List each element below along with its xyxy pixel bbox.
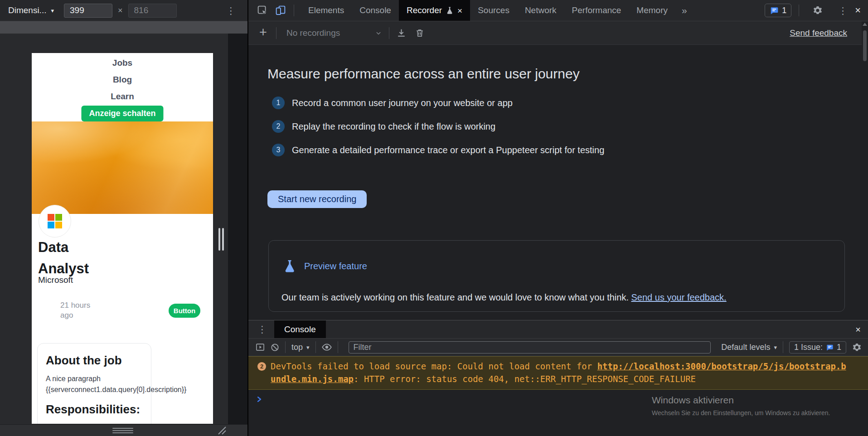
- issues-button[interactable]: 1: [765, 4, 791, 17]
- emulated-page: Jobs Blog Learn Anzeige schalten Data An…: [32, 53, 213, 424]
- toolbar-divider: [389, 27, 389, 39]
- tab-sources[interactable]: Sources: [470, 0, 517, 21]
- responsibilities-heading: Responsibilities:: [46, 402, 151, 417]
- responsibilities-binding-text: {{serverconnect1.data.query[0].responsib…: [46, 421, 151, 424]
- toolbar-divider: [294, 5, 294, 16]
- chevron-down-icon: [375, 30, 382, 36]
- clear-console-icon[interactable]: [271, 343, 279, 352]
- toolbar-divider: [315, 341, 316, 353]
- toolbar-divider: [783, 341, 783, 353]
- about-paragraph: A nice paragraph: [46, 373, 151, 384]
- close-tab-icon[interactable]: ×: [457, 6, 462, 15]
- about-heading: About the job: [46, 353, 151, 368]
- issues-count: 1: [782, 6, 786, 15]
- console-toolbar: top ▾ Default levels ▾ 1 Issue: 1: [248, 339, 868, 356]
- scroll-up-icon[interactable]: [863, 23, 867, 26]
- console-warning-message: 2 DevTools failed to load source map: Co…: [248, 356, 868, 390]
- cta-button[interactable]: Anzeige schalten: [81, 106, 163, 121]
- toolbar-divider: [285, 341, 286, 353]
- drawer-menu-icon[interactable]: ⋮: [257, 325, 267, 334]
- execution-context-dropdown[interactable]: top ▾: [291, 343, 310, 352]
- windows-activation-watermark: Windows aktivieren Wechseln Sie zu den E…: [652, 395, 830, 417]
- warning-text: DevTools failed to load source map: Coul…: [271, 360, 846, 385]
- recorder-scrollbar[interactable]: [862, 23, 868, 317]
- tab-elements[interactable]: Elements: [301, 0, 352, 21]
- about-card: About the job A nice paragraph {{serverc…: [37, 343, 151, 424]
- device-width-resize-handle[interactable]: [218, 228, 224, 251]
- toolbar-divider: [338, 341, 338, 353]
- preview-feature-title: Preview feature: [304, 261, 367, 271]
- device-height-resize-handle[interactable]: [112, 428, 133, 433]
- recorder-step-2: 2 Replay the recording to check if the f…: [272, 120, 495, 133]
- start-recording-button[interactable]: Start new recording: [267, 190, 367, 208]
- device-top-strip: [0, 21, 247, 34]
- tab-memory[interactable]: Memory: [629, 0, 675, 21]
- nav-link-learn[interactable]: Learn: [111, 91, 134, 102]
- recorder-toolbar: + No recordings Send feedback: [248, 21, 862, 45]
- feedback-bubble-icon: [826, 344, 834, 351]
- company-name: Microsoft: [38, 275, 73, 285]
- chevron-down-icon: ▾: [306, 344, 310, 351]
- tab-network[interactable]: Network: [517, 0, 564, 21]
- company-logo: [39, 205, 71, 237]
- toolbar-divider: [799, 5, 799, 16]
- console-drawer-header: ⋮ Console ×: [248, 320, 868, 339]
- delete-recording-icon[interactable]: [415, 29, 424, 38]
- tab-recorder[interactable]: Recorder ×: [399, 0, 470, 21]
- microsoft-logo-icon: [48, 214, 62, 228]
- close-devtools-icon[interactable]: ×: [855, 5, 861, 15]
- job-title: Data Analyst: [38, 237, 89, 279]
- banner-image: [32, 121, 213, 214]
- import-recording-icon[interactable]: [397, 28, 406, 38]
- send-feedback-link[interactable]: Send feedback: [790, 28, 847, 38]
- chevron-down-icon: ▾: [774, 344, 777, 351]
- dimensions-separator: ×: [118, 6, 123, 15]
- job-action-button[interactable]: Button: [169, 304, 200, 318]
- dimensions-dropdown[interactable]: Dimensi... ▾: [8, 5, 54, 15]
- device-height-input[interactable]: [128, 4, 177, 18]
- preview-feature-text: Our team is actively working on this fea…: [281, 292, 727, 303]
- more-tabs-icon[interactable]: »: [675, 5, 693, 16]
- scrollbar-thumb[interactable]: [863, 30, 867, 61]
- console-settings-gear-icon[interactable]: [852, 343, 862, 352]
- step-number-badge: 2: [272, 120, 285, 133]
- device-toolbar-menu-icon[interactable]: ⋮: [226, 6, 236, 15]
- live-expression-eye-icon[interactable]: [322, 343, 332, 351]
- inspect-element-icon[interactable]: [257, 5, 267, 15]
- device-toolbar-toggle-icon[interactable]: [276, 5, 286, 15]
- send-us-feedback-link[interactable]: Send us your feedback.: [631, 292, 727, 302]
- recorder-step-1: 1 Record a common user journey on your w…: [272, 96, 513, 110]
- prompt-chevron-icon: [257, 396, 262, 402]
- recordings-dropdown[interactable]: No recordings: [286, 28, 389, 38]
- preview-feature-header: Preview feature: [284, 260, 367, 272]
- console-filter-input[interactable]: [349, 341, 711, 354]
- nav-link-blog[interactable]: Blog: [113, 74, 132, 85]
- gear-icon[interactable]: [813, 5, 823, 15]
- tab-performance[interactable]: Performance: [564, 0, 629, 21]
- step-number-badge: 3: [272, 144, 285, 156]
- close-drawer-icon[interactable]: ×: [855, 325, 861, 334]
- drawer-tab-console[interactable]: Console: [274, 320, 326, 338]
- flask-icon: [446, 7, 453, 14]
- warning-count-badge: 2: [257, 362, 266, 371]
- console-drawer: ⋮ Console × top ▾ Default levels: [248, 320, 868, 436]
- devtools-menu-icon[interactable]: ⋮: [838, 6, 848, 15]
- device-emulation-pane: Dimensi... ▾ × ⋮ Jobs Blog Learn Anzeige…: [0, 0, 247, 436]
- corner-resize-handle[interactable]: [217, 426, 227, 435]
- about-binding-text: {{serverconnect1.data.query[0].descripti…: [46, 384, 151, 395]
- console-issues-button[interactable]: 1 Issue: 1: [789, 341, 846, 354]
- device-width-input[interactable]: [64, 4, 112, 18]
- toolbar-divider: [276, 27, 276, 39]
- nav-link-jobs[interactable]: Jobs: [112, 58, 132, 68]
- source-map-link[interactable]: undle.min.js.map: [271, 374, 354, 384]
- add-recording-icon[interactable]: +: [259, 25, 267, 40]
- tab-console[interactable]: Console: [352, 0, 399, 21]
- step-number-badge: 1: [272, 97, 285, 109]
- devtools-panel: Elements Console Recorder × Sources Netw…: [248, 0, 868, 436]
- source-map-link[interactable]: http://localhost:3000/bootstrap/5/js/boo…: [597, 361, 846, 371]
- posted-time: 21 hours ago: [60, 300, 97, 320]
- feedback-bubble-icon: [770, 6, 779, 15]
- console-sidebar-toggle-icon[interactable]: [256, 343, 265, 352]
- device-gutter: [228, 34, 247, 424]
- log-levels-dropdown[interactable]: Default levels ▾: [721, 343, 777, 352]
